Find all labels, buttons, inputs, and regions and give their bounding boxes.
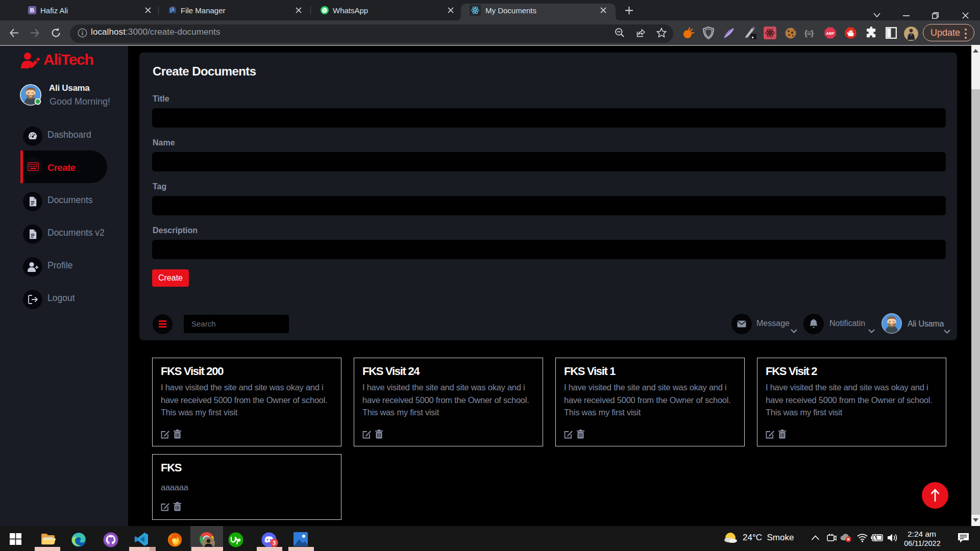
svg-text:B: B — [30, 7, 34, 13]
svg-text:ABP: ABP — [826, 31, 834, 36]
